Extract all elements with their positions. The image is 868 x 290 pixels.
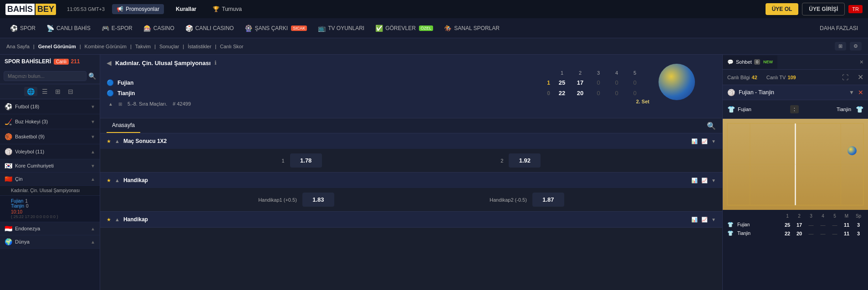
sport-item-buz-hokeyi[interactable]: 🏒 Buz Hokeyi (3) ▼ (0, 114, 100, 129)
tournament-button[interactable]: 🏆 Turnuva (208, 4, 246, 14)
team2-total: 0 (541, 90, 550, 97)
search-box: 🔍 (0, 68, 100, 84)
bet-odd-1-78[interactable]: 1.78 (290, 153, 322, 168)
nav-gorevler[interactable]: ✅ GÖREVLER ÖZEL (371, 21, 438, 36)
bet-section-2-header[interactable]: ★ ▲ Handikap 📊 📈 ▼ (100, 173, 722, 188)
st-col-m: M (842, 214, 852, 219)
panel-close-x[interactable]: ✕ (853, 70, 868, 85)
court-ball (848, 146, 857, 155)
grid-view-btn[interactable]: ⊞ (52, 87, 63, 96)
live-match-bar: 🏐 Fujian - Tianjin ▼ ✕ (723, 85, 868, 100)
nav-tv-oyunlari[interactable]: 📺 TV OYUNLARI (313, 21, 369, 36)
sidebar-match-sets: ( 25:22 17:20 0:0 0:0 0:0 ) (11, 214, 95, 219)
list-view-btn[interactable]: ☰ (39, 87, 51, 96)
espor-icon: 🎮 (102, 25, 109, 32)
kore-name: Kore Cumhuriyeti (15, 163, 88, 168)
st-team1-shirt: 👕 (727, 222, 734, 228)
breadcrumb-canli-skor[interactable]: Canlı Skor (220, 44, 243, 49)
sport-item-voleybol[interactable]: 🏐 Voleybol (11) ▲ (0, 144, 100, 159)
language-selector[interactable]: TR (848, 5, 863, 13)
sport-item-basketbol[interactable]: 🏀 Basketbol (9) ▼ (0, 129, 100, 144)
bet-section-1-header[interactable]: ★ ▲ Maç Sonucu 1X2 📊 📈 ▼ (100, 133, 722, 149)
bet-row-1: 1 1.78 2 1.92 (100, 149, 722, 172)
country-endonezya[interactable]: 🇮🇩 Endonezya ▲ (0, 222, 100, 235)
section-toggle-3[interactable]: ▼ (711, 217, 716, 222)
breadcrumb-istatistikler[interactable]: İstatistikler (188, 44, 211, 49)
col-header-5: 5 (630, 70, 639, 76)
globe-view-btn[interactable]: 🌐 (24, 87, 37, 96)
nav-spor[interactable]: ⚽ SPOR (5, 21, 40, 36)
league-item[interactable]: Kadınlar. Çin. Ulusal Şampiyonası (0, 186, 100, 196)
rp-close-button[interactable]: × (855, 55, 868, 69)
breadcrumb-sonuclar[interactable]: Sonuçlar (159, 44, 179, 49)
bet-odd-1-92[interactable]: 1.92 (509, 153, 541, 168)
ozel-badge: ÖZEL (419, 25, 434, 31)
rp-tab-sohbet[interactable]: 💬 Sohbet 0 NEW (723, 56, 777, 69)
section-toggle-1[interactable]: ▼ (711, 139, 716, 144)
country-kore[interactable]: 🇰🇷 Kore Cumhuriyeti ▼ (0, 159, 100, 173)
search-icon[interactable]: 🔍 (88, 72, 96, 80)
sidebar-title: SPOR BAHİSLERİ (5, 58, 51, 65)
register-button[interactable]: ÜYE OL (766, 3, 799, 15)
calculator-button[interactable]: ⊞ (835, 42, 846, 51)
dunya-name: Dünya (15, 239, 88, 244)
st-t1-s4: — (818, 222, 828, 228)
nav-sans-carki[interactable]: 🎡 ŞANS ÇARKI SICAK (240, 21, 311, 36)
search-matches-button[interactable]: 🔍 (707, 122, 716, 130)
breadcrumb-takvim[interactable]: Takvim (135, 44, 151, 49)
casino-icon: 🎰 (143, 25, 151, 32)
kore-chevron: ▼ (91, 163, 95, 168)
rp-subtab-canli-tv[interactable]: Canlı TV 109 (762, 71, 801, 83)
bet-section-3-header[interactable]: ★ ▲ Handikap 📊 📈 ▼ (100, 212, 722, 227)
more-button[interactable]: DAHA FAZLASI (815, 21, 863, 35)
settings-button[interactable]: ⚙ (850, 42, 862, 51)
right-panel: 💬 Sohbet 0 NEW × Canlı Bilgi 42 Canlı TV… (722, 55, 868, 290)
section-toggle-2[interactable]: ▼ (711, 178, 716, 183)
breadcrumb-kombine[interactable]: Kombine Görünüm (85, 44, 127, 49)
breadcrumb-home[interactable]: Ana Sayfa (6, 44, 30, 49)
canli-bilgi-label: Canlı Bilgi (727, 75, 750, 80)
expand-button[interactable]: ⛶ (837, 71, 853, 84)
match-rank: 5.-8. Sıra Maçları. (128, 101, 167, 107)
nav-canli-casino[interactable]: 🎲 CANLI CASINO (181, 21, 239, 36)
basketbol-icon: 🏀 (5, 133, 12, 140)
back-button[interactable]: ◀ (107, 59, 112, 66)
country-cin[interactable]: 🇨🇳 Çin ▲ (0, 173, 100, 186)
nav-sanal-sporlar[interactable]: 🏇 SANAL SPORLAR (439, 21, 504, 36)
breadcrumb-genel[interactable]: Genel Görünüm (38, 44, 76, 49)
nav-espor[interactable]: 🎮 E-SPOR (97, 21, 137, 36)
buz-hokeyi-name: Buz Hokeyi (3) (15, 119, 88, 124)
col-header-1: 1 (557, 70, 567, 76)
logo[interactable]: BAHİS BEY (5, 4, 56, 15)
futbol-name: Futbol (18) (15, 104, 88, 109)
table-view-btn[interactable]: ⊟ (65, 87, 76, 96)
sidebar-team2: Tianjin (11, 204, 24, 209)
endonezya-name: Endonezya (15, 226, 88, 231)
bet-section-1-title: Maç Sonucu 1X2 (123, 138, 688, 144)
nav-casino[interactable]: 🎰 CASINO (139, 21, 179, 36)
st-team2-name: Tianjin (737, 231, 781, 236)
st-team2-shirt: 👕 (727, 230, 734, 236)
search-input[interactable] (4, 71, 87, 81)
promo-button[interactable]: 📢 Promosyonlar (112, 4, 164, 14)
shirt-home-icon: 👕 (727, 106, 735, 113)
sport-item-futbol[interactable]: ⚽ Futbol (18) ▼ (0, 99, 100, 114)
rules-button[interactable]: Kurallar (171, 4, 201, 14)
live-match-chevron[interactable]: ▼ (849, 89, 854, 96)
login-button[interactable]: ÜYE GİRİŞİ (802, 3, 845, 15)
canli-tv-count: 109 (787, 75, 796, 80)
rp-subtab-canli-bilgi[interactable]: Canlı Bilgi 42 (723, 71, 762, 83)
sidebar-match-time: 10:10 (11, 209, 95, 214)
live-match-close-button[interactable]: ✕ (858, 89, 863, 96)
voleybol-name: Voleybol (11) (15, 149, 88, 154)
st-t2-s3: — (806, 231, 816, 236)
bet-odd-1-83[interactable]: 1.83 (302, 193, 334, 207)
match-info-button[interactable]: ℹ (214, 60, 217, 66)
bet-odd-1-87[interactable]: 1.87 (532, 193, 564, 207)
country-dunya[interactable]: 🌍 Dünya ▲ (0, 235, 100, 249)
nav-canli-bahis[interactable]: 📡 CANLI BAHİS (42, 21, 95, 36)
tv-label: TV OYUNLARI (328, 25, 364, 31)
sidebar-match-item[interactable]: Fujian 1 Tianjin 0 10:10 ( 25:22 17:20 0… (0, 196, 100, 222)
t1-s4: 0 (612, 79, 621, 86)
tab-anasayfa[interactable]: Anasayfa (107, 118, 140, 133)
